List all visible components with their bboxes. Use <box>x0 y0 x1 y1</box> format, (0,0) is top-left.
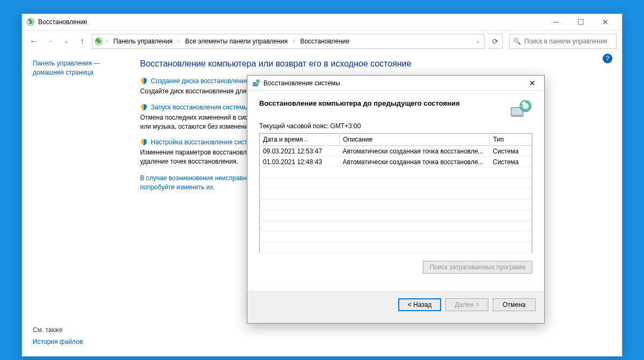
action-link[interactable]: Настройка восстановления системы <box>151 138 260 146</box>
timezone-label: Текущий часовой пояс: GMT+3:00 <box>259 122 532 130</box>
recovery-icon <box>26 18 35 26</box>
refresh-button[interactable]: ⟳ <box>488 34 503 49</box>
table-row-empty <box>260 200 532 210</box>
next-button[interactable]: Далее > <box>445 298 488 311</box>
cell-type: Система <box>489 157 532 167</box>
cell-date: 01.03.2021 12:48:43 <box>260 157 340 167</box>
breadcrumb-item[interactable]: Панель управления <box>111 36 174 46</box>
dialog-title: Восстановление системы <box>264 79 525 87</box>
chevron-right-icon: › <box>292 38 296 44</box>
table-row-empty <box>260 178 532 189</box>
cell-date: 09.03.2021 12:53:47 <box>260 146 340 157</box>
shield-icon <box>140 77 148 85</box>
chevron-right-icon: › <box>105 38 109 44</box>
table-row-empty <box>260 221 532 232</box>
page-title: Восстановление компьютера или возврат ег… <box>140 59 611 69</box>
see-also: См. также История файлов <box>33 326 83 346</box>
cell-desc: Автоматически созданная точка восстановл… <box>339 157 489 167</box>
shield-icon <box>140 104 148 111</box>
cancel-button[interactable]: Отмена <box>493 298 536 311</box>
dialog-heading: Восстановление компьютера до предыдущего… <box>259 99 532 107</box>
search-icon: 🔍 <box>513 38 521 45</box>
table-row-empty <box>260 210 532 221</box>
back-button[interactable]: ← <box>27 35 40 48</box>
close-button[interactable]: ✕ <box>593 14 618 30</box>
table-row-empty <box>260 232 532 243</box>
titlebar: Восстановление ─ ☐ ✕ <box>22 14 622 30</box>
dialog-titlebar: Восстановление системы ✕ <box>247 76 544 91</box>
control-panel-home-link[interactable]: Панель управления — домашняя страница <box>33 59 129 77</box>
shield-icon <box>140 138 148 146</box>
up-button[interactable]: ↑ <box>76 35 89 48</box>
chevron-right-icon: › <box>177 38 181 44</box>
cell-type: Система <box>489 146 532 157</box>
table-row-empty <box>260 167 532 178</box>
maximize-button[interactable]: ☐ <box>568 14 593 30</box>
minimize-button[interactable]: ─ <box>544 14 568 30</box>
scan-programs-button[interactable]: Поиск затрагиваемых программ <box>423 261 532 274</box>
dialog-close-button[interactable]: ✕ <box>525 77 540 90</box>
col-header-type[interactable]: Тип <box>489 134 532 146</box>
action-link[interactable]: Запуск восстановления системы <box>151 104 248 111</box>
search-box[interactable]: 🔍 <box>509 34 617 49</box>
table-row[interactable]: 09.03.2021 12:53:47 Автоматически создан… <box>260 146 532 157</box>
breadcrumb-item[interactable]: Восстановление <box>298 36 352 46</box>
nav-bar: ← → ⌄ ↑ › Панель управления › Все элемен… <box>22 30 622 52</box>
sidebar-line2: домашняя страница <box>33 69 93 76</box>
col-header-date[interactable]: Дата и время⌄ <box>260 134 340 146</box>
file-history-link[interactable]: История файлов <box>33 338 83 346</box>
forward-button[interactable]: → <box>43 35 56 48</box>
window-title: Восстановление <box>38 18 544 26</box>
sidebar: Панель управления — домашняя страница <box>33 59 129 192</box>
sidebar-line1: Панель управления — <box>33 60 100 67</box>
system-restore-dialog: Восстановление системы ✕ Восстановление … <box>247 75 545 324</box>
recovery-icon <box>94 37 103 46</box>
restore-points-table[interactable]: Дата и время⌄ Описание Тип 09.03.2021 12… <box>259 133 532 253</box>
sort-desc-icon: ⌄ <box>304 137 308 143</box>
recent-dropdown[interactable]: ⌄ <box>60 35 72 48</box>
table-row-empty <box>260 243 532 253</box>
col-header-desc[interactable]: Описание <box>339 134 489 146</box>
help-icon[interactable]: ? <box>603 54 612 63</box>
dialog-footer: < Назад Далее > Отмена <box>247 291 544 317</box>
breadcrumb-item[interactable]: Все элементы панели управления <box>183 36 290 46</box>
back-button[interactable]: < Назад <box>398 298 441 311</box>
restore-graphic-icon <box>509 98 532 122</box>
search-input[interactable] <box>524 38 613 45</box>
see-also-heading: См. также <box>33 326 83 334</box>
cell-desc: Автоматически созданная точка восстановл… <box>339 146 489 157</box>
table-row[interactable]: 01.03.2021 12:48:43 Автоматически создан… <box>260 157 532 167</box>
table-row-empty <box>260 189 532 200</box>
action-link[interactable]: Создание диска восстановления <box>151 77 249 85</box>
breadcrumb-dropdown[interactable]: ⌄ <box>473 38 482 44</box>
breadcrumb[interactable]: › Панель управления › Все элементы панел… <box>92 34 485 49</box>
restore-icon <box>252 79 260 87</box>
